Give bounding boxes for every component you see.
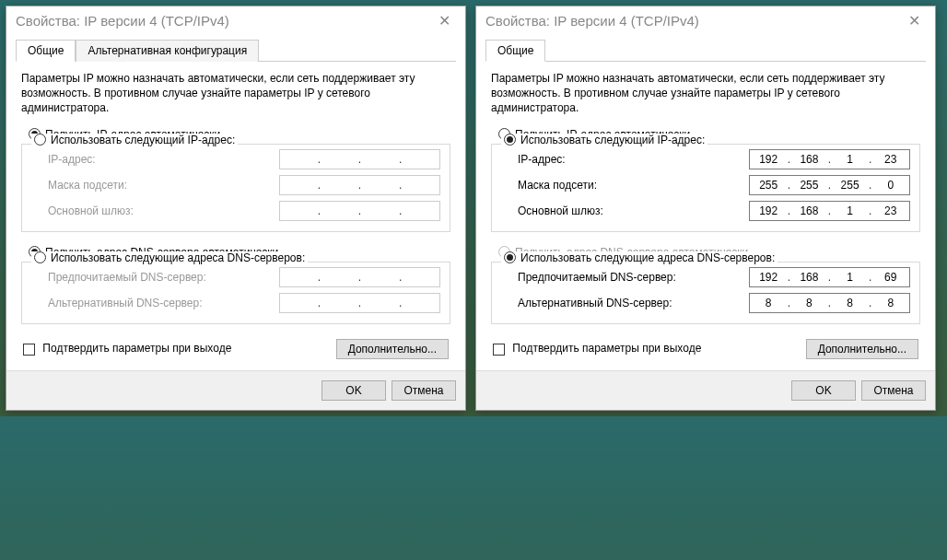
- description-text: Параметры IP можно назначать автоматичес…: [485, 71, 926, 123]
- ip-address-input[interactable]: 192. 168. 1. 23: [749, 149, 910, 169]
- ip-address-row: IP-адрес: . . .: [31, 146, 440, 172]
- subnet-mask-input[interactable]: 255. 255. 255. 0: [749, 175, 910, 195]
- confirm-label: Подтвердить параметры при выходе: [512, 342, 701, 355]
- radio-dns-manual[interactable]: [34, 251, 46, 263]
- radio-dns-manual-row[interactable]: Использовать следующие адреса DNS-сервер…: [501, 251, 777, 264]
- dns-alt-row: Альтернативный DNS-сервер: 8. 8. 8. 8: [501, 290, 910, 316]
- tab-alternative[interactable]: Альтернативная конфигурация: [76, 40, 259, 62]
- radio-dns-manual-row[interactable]: Использовать следующие адреса DNS-сервер…: [31, 251, 308, 264]
- subnet-mask-row: Маска подсети: 255. 255. 255. 0: [501, 172, 910, 198]
- dns-pref-row: Предпочитаемый DNS-сервер: 192. 168. 1. …: [501, 264, 910, 290]
- dialog-footer: OK Отмена: [6, 370, 465, 410]
- radio-dns-manual[interactable]: [504, 251, 516, 263]
- gateway-label: Основной шлюз:: [48, 204, 134, 217]
- close-icon[interactable]: ✕: [903, 12, 926, 29]
- dns-pref-label: Предпочитаемый DNS-сервер:: [48, 271, 206, 284]
- gateway-row: Основной шлюз: . . .: [31, 198, 440, 224]
- confirm-label: Подтвердить параметры при выходе: [42, 342, 231, 355]
- ip-group: Использовать следующий IP-адрес: IP-адре…: [21, 144, 450, 232]
- cancel-button[interactable]: Отмена: [392, 380, 456, 401]
- radio-ip-manual-row[interactable]: Использовать следующий IP-адрес:: [31, 134, 238, 146]
- subnet-mask-row: Маска подсети: . . .: [31, 172, 440, 198]
- dns-group: Использовать следующие адреса DNS-сервер…: [21, 262, 450, 324]
- dns-pref-input: . . .: [279, 267, 440, 287]
- close-icon[interactable]: ✕: [433, 12, 456, 29]
- description-text: Параметры IP можно назначать автоматичес…: [16, 71, 456, 123]
- bottom-row: Подтвердить параметры при выходе Дополни…: [16, 333, 456, 361]
- window-title: Свойства: IP версии 4 (TCP/IPv4): [485, 13, 699, 29]
- confirm-checkbox[interactable]: [23, 344, 35, 356]
- dns-group: Использовать следующие адреса DNS-сервер…: [491, 262, 920, 324]
- radio-ip-manual-row[interactable]: Использовать следующий IP-адрес:: [501, 134, 707, 146]
- radio-dns-manual-label: Использовать следующие адреса DNS-сервер…: [51, 251, 305, 264]
- confirm-on-exit[interactable]: Подтвердить параметры при выходе: [23, 342, 231, 355]
- ok-button[interactable]: OK: [322, 380, 386, 401]
- radio-ip-manual[interactable]: [504, 134, 516, 146]
- dns-alt-label: Альтернативный DNS-сервер:: [518, 297, 672, 309]
- ip-group: Использовать следующий IP-адрес: IP-адре…: [491, 144, 920, 232]
- dns-pref-label: Предпочитаемый DNS-сервер:: [518, 271, 676, 284]
- gateway-input: . . .: [279, 201, 440, 221]
- confirm-checkbox[interactable]: [493, 344, 505, 356]
- tab-general[interactable]: Общие: [16, 40, 76, 62]
- advanced-button[interactable]: Дополнительно...: [806, 339, 918, 359]
- bottom-row: Подтвердить параметры при выходе Дополни…: [485, 333, 926, 361]
- radio-ip-manual[interactable]: [34, 134, 46, 146]
- subnet-mask-label: Маска подсети:: [518, 179, 597, 192]
- ip-address-row: IP-адрес: 192. 168. 1. 23: [501, 146, 910, 172]
- ok-button[interactable]: OK: [791, 380, 856, 401]
- dns-pref-row: Предпочитаемый DNS-сервер: . . .: [31, 264, 440, 290]
- radio-ip-manual-label: Использовать следующий IP-адрес:: [520, 134, 705, 146]
- dns-alt-label: Альтернативный DNS-сервер:: [48, 297, 203, 309]
- titlebar: Свойства: IP версии 4 (TCP/IPv4) ✕: [6, 6, 465, 33]
- radio-ip-manual-label: Использовать следующий IP-адрес:: [51, 134, 235, 146]
- advanced-button[interactable]: Дополнительно...: [336, 339, 449, 359]
- dialog-right: Свойства: IP версии 4 (TCP/IPv4) ✕ Общие…: [475, 6, 936, 411]
- dialog-footer: OK Отмена: [476, 370, 935, 410]
- dns-alt-row: Альтернативный DNS-сервер: . . .: [31, 290, 440, 316]
- dialog-left: Свойства: IP версии 4 (TCP/IPv4) ✕ Общие…: [6, 6, 466, 411]
- tab-general[interactable]: Общие: [485, 40, 545, 62]
- subnet-mask-input: . . .: [279, 175, 440, 195]
- tabstrip: Общие: [485, 39, 926, 62]
- cancel-button[interactable]: Отмена: [861, 380, 926, 401]
- ip-address-label: IP-адрес:: [48, 153, 96, 166]
- subnet-mask-label: Маска подсети:: [48, 179, 127, 192]
- ip-address-input: . . .: [279, 149, 440, 169]
- confirm-on-exit[interactable]: Подтвердить параметры при выходе: [493, 342, 701, 355]
- gateway-label: Основной шлюз:: [518, 204, 603, 217]
- tabstrip: Общие Альтернативная конфигурация: [16, 39, 456, 62]
- dns-alt-input: . . .: [279, 293, 440, 313]
- dns-alt-input[interactable]: 8. 8. 8. 8: [749, 293, 910, 313]
- radio-dns-manual-label: Использовать следующие адреса DNS-сервер…: [520, 251, 775, 264]
- titlebar: Свойства: IP версии 4 (TCP/IPv4) ✕: [476, 6, 935, 33]
- gateway-input[interactable]: 192. 168. 1. 23: [749, 201, 910, 221]
- dns-pref-input[interactable]: 192. 168. 1. 69: [749, 267, 910, 287]
- window-title: Свойства: IP версии 4 (TCP/IPv4): [16, 13, 229, 29]
- ip-address-label: IP-адрес:: [518, 153, 566, 166]
- gateway-row: Основной шлюз: 192. 168. 1. 23: [501, 198, 910, 224]
